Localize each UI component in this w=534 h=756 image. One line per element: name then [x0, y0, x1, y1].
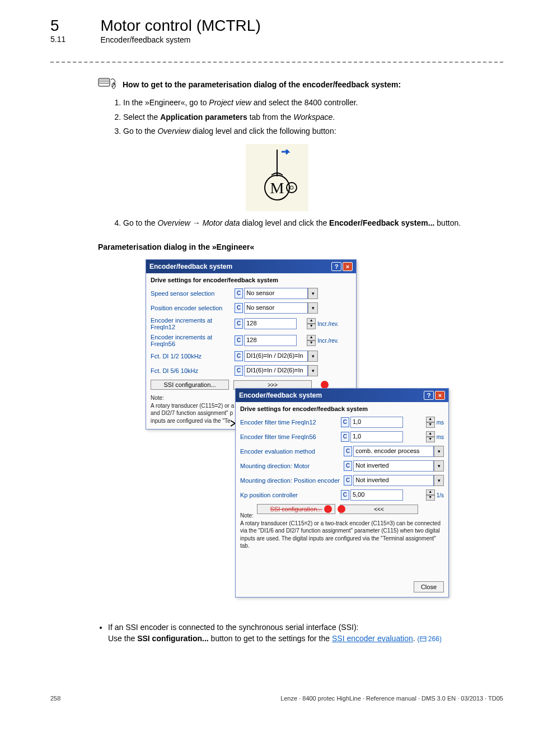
steps-list-cont: Go to the Overview → Motor data dialog l… — [112, 218, 503, 229]
step3-pre: Go to the — [123, 127, 157, 136]
step4-em1: Overview — [157, 218, 190, 227]
chapter-number: 5 — [50, 17, 98, 35]
inc56-input[interactable]: 128 — [244, 335, 297, 346]
collapse-button[interactable]: <<< — [340, 505, 418, 514]
chevron-down-icon[interactable]: ▾ — [308, 351, 318, 362]
ssi-config-button[interactable]: SSI configuration... — [151, 380, 229, 390]
ssi-encoder-evaluation-link[interactable]: SSI encoder evaluation — [332, 634, 413, 643]
svg-rect-0 — [99, 78, 110, 86]
mnt-pos-select[interactable]: Not inverted — [353, 475, 434, 486]
close-icon[interactable]: × — [435, 391, 445, 400]
step4-post: button. — [434, 218, 461, 227]
fct12-label: Fct. DI 1/2 100kHz — [151, 353, 235, 360]
chevron-down-icon[interactable]: ▾ — [308, 365, 318, 376]
mnt-motor-select[interactable]: Not inverted — [353, 460, 434, 472]
step2-pre: Select the — [123, 113, 160, 122]
flt56-label: Encoder filter time FreqIn56 — [240, 433, 341, 440]
close-icon[interactable]: × — [343, 262, 353, 271]
flt56-input[interactable]: 1,0 — [350, 431, 403, 442]
bullet-l2-pre: Use the — [108, 634, 137, 643]
flt56-unit: ms — [437, 434, 444, 440]
kp-unit: 1/s — [437, 492, 444, 498]
flt12-unit: ms — [437, 419, 444, 426]
page-ref[interactable]: ( 266) — [418, 635, 442, 643]
step2-em: Workspace — [293, 113, 332, 122]
help-icon[interactable]: ? — [331, 262, 341, 271]
section-heading: 5.11 Encoder/feedback system — [50, 35, 503, 45]
step3-post: dialog level and click the following but… — [190, 127, 336, 136]
dialog2-title: Encoder/feedback system — [239, 391, 322, 399]
highlight-marker-icon — [321, 381, 329, 389]
dialog2-section-title: Drive settings for encoder/feedback syst… — [240, 405, 444, 412]
inc56-label: Encoder increments at FreqIn56 — [151, 334, 235, 347]
param-badge: C — [341, 432, 349, 442]
svg-rect-8 — [420, 637, 426, 641]
bullet-line1: If an SSI encoder is connected to the sy… — [108, 623, 358, 632]
bullet-l2-bold: SSI configuration... — [137, 634, 209, 643]
param-badge: C — [344, 475, 352, 486]
dialog1-titlebar: Encoder/feedback system ? × — [146, 260, 356, 273]
chevron-down-icon[interactable]: ▾ — [308, 302, 318, 314]
speed-sensor-label: Speed sensor selection — [151, 290, 235, 297]
eval-label: Encoder evaluation method — [240, 448, 344, 455]
param-badge: C — [341, 490, 349, 500]
doc-footer: Lenze · 8400 protec HighLine · Reference… — [280, 695, 503, 702]
eval-select[interactable]: comb. encoder process — [353, 446, 434, 457]
chevron-down-icon[interactable]: ▾ — [434, 475, 444, 486]
pos-encoder-select[interactable]: No sensor — [244, 302, 308, 314]
page-number: 258 — [50, 695, 60, 702]
param-badge: C — [235, 303, 243, 313]
svg-point-6 — [287, 183, 297, 193]
svg-text:M: M — [270, 179, 284, 197]
chevron-down-icon[interactable]: ▾ — [308, 288, 318, 299]
chapter-title: Motor control (MCTRL) — [100, 17, 260, 35]
spinner[interactable]: ▲▼ — [307, 335, 316, 346]
kp-label: Kp position controller — [240, 492, 341, 498]
flt12-input[interactable]: 1,0 — [350, 417, 403, 428]
svg-point-7 — [290, 186, 293, 189]
spinner[interactable]: ▲▼ — [307, 318, 316, 329]
param-badge: C — [235, 335, 243, 346]
step2-mid: tab from the — [247, 113, 293, 122]
speed-sensor-select[interactable]: No sensor — [244, 288, 308, 299]
steps-list: In the »Engineer«, go to Project view an… — [112, 97, 503, 137]
step1-em: Project view — [209, 98, 251, 107]
note2-label: Note: — [240, 512, 254, 519]
note-l1: A rotary transducer (C115=2) or a — [151, 403, 234, 409]
ssi-config-button-disabled: SSI configuration... — [257, 504, 335, 514]
step2-bold: Application parameters — [160, 113, 247, 122]
kp-input[interactable]: 5,00 — [350, 489, 403, 501]
page-ref-num: 266 — [428, 635, 439, 643]
chevron-down-icon[interactable]: ▾ — [434, 460, 444, 472]
spinner[interactable]: ▲▼ — [426, 489, 435, 501]
bullet-l2-mid: button to get to the settings for the — [209, 634, 332, 643]
note2-text: A rotary transducer (C115=2) or a two-tr… — [240, 520, 441, 549]
inc56-unit: Incr./rev. — [317, 338, 339, 344]
param-badge: C — [344, 446, 352, 456]
fct12-select[interactable]: DI1(6)=In / DI2(6)=In — [244, 351, 308, 362]
fct56-select[interactable]: DI1(6)=In / DI2(6)=In — [244, 365, 308, 376]
close-button[interactable]: Close — [414, 581, 444, 592]
divider — [50, 62, 503, 63]
spinner[interactable]: ▲▼ — [426, 431, 435, 442]
param-badge: C — [235, 366, 243, 376]
mnt-motor-label: Mounting direction: Motor — [240, 463, 344, 469]
step4-mid: dialog level and click the — [240, 218, 330, 227]
param-dialog-subheading: Parameterisation dialog in the »Engineer… — [98, 242, 503, 251]
flt12-label: Encoder filter time FreqIn12 — [240, 419, 341, 426]
param-badge: C — [235, 288, 243, 298]
step1-post: and select the 8400 controller. — [251, 98, 358, 107]
step4-pre: Go to the — [123, 218, 157, 227]
bullet-l2-post: . — [413, 634, 418, 643]
encoder-dialog-extended: Encoder/feedback system ? × Drive settin… — [235, 388, 449, 598]
step4-em2: Motor data — [203, 218, 240, 227]
navhint-heading: How to get to the parameterisation dialo… — [123, 80, 401, 89]
chevron-down-icon[interactable]: ▾ — [434, 446, 444, 457]
spinner[interactable]: ▲▼ — [426, 417, 435, 428]
step4-bold: Encoder/Feedback system... — [329, 218, 434, 227]
step4-arrow: → — [190, 218, 203, 227]
mnt-pos-label: Mounting direction: Position encoder — [240, 477, 344, 484]
mouse-device-icon — [98, 77, 117, 92]
inc12-input[interactable]: 128 — [244, 318, 297, 329]
help-icon[interactable]: ? — [424, 391, 434, 400]
